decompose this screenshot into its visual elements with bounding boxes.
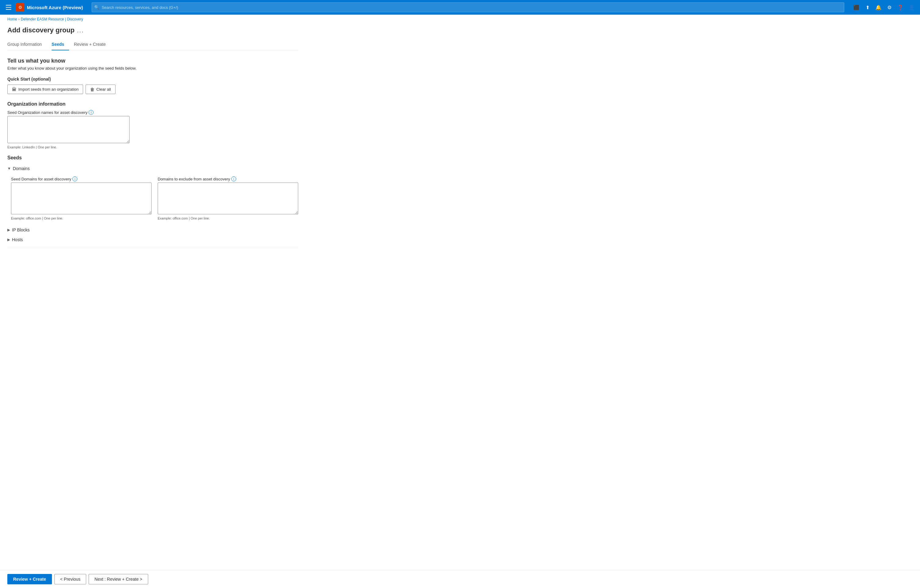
bottom-divider	[7, 247, 298, 247]
page-header: Add discovery group ...	[7, 24, 298, 39]
tell-us-desc: Enter what you know about your organizat…	[7, 66, 298, 71]
breadcrumb-home[interactable]: Home	[7, 17, 17, 21]
domains-chevron-icon	[7, 166, 11, 171]
domains-label: Domains	[13, 166, 30, 171]
seed-domains-info-icon[interactable]: i	[73, 176, 77, 181]
terminal-icon[interactable]: ⬛	[852, 2, 861, 12]
ip-blocks-chevron-icon	[7, 228, 10, 232]
exclude-domains-info-icon[interactable]: i	[231, 176, 236, 181]
seed-domains-label: Seed Domains for asset discovery i	[11, 176, 152, 181]
seed-domains-textarea[interactable]	[11, 183, 152, 214]
azure-icon: ⚙	[16, 3, 24, 11]
page-container: Add discovery group ... Group Informatio…	[0, 24, 306, 274]
upload-icon[interactable]: ⬆	[863, 2, 872, 12]
clear-all-button[interactable]: 🗑 Clear all	[86, 84, 115, 94]
ip-blocks-collapsible-header[interactable]: IP Blocks	[7, 225, 298, 235]
org-name-textarea[interactable]	[7, 116, 130, 143]
tab-group-information[interactable]: Group Information	[7, 39, 47, 50]
org-name-example: Example: LinkedIn | One per line.	[7, 145, 298, 149]
breadcrumb-sep-1: ›	[18, 17, 19, 21]
seed-domains-col: Seed Domains for asset discovery i Examp…	[11, 176, 152, 220]
quick-start-buttons: 🏛 Import seeds from an organization 🗑 Cl…	[7, 84, 298, 94]
hosts-collapsible-header[interactable]: Hosts	[7, 235, 298, 244]
exclude-domains-col: Domains to exclude from asset discovery …	[158, 176, 298, 220]
org-info-section: Organization information Seed Organizati…	[7, 101, 298, 149]
import-seeds-button[interactable]: 🏛 Import seeds from an organization	[7, 84, 83, 94]
hosts-chevron-icon	[7, 237, 10, 242]
search-input[interactable]	[92, 2, 844, 12]
exclude-domains-label: Domains to exclude from asset discovery …	[158, 176, 298, 181]
nav-actions: ⬛ ⬆ 🔔 ⚙ ❓ 👤	[852, 2, 916, 12]
breadcrumb-defender[interactable]: Defender EASM Resource | Discovery	[21, 17, 83, 21]
user-icon[interactable]: 👤	[907, 2, 916, 12]
clear-all-label: Clear all	[96, 87, 111, 92]
org-info-title: Organization information	[7, 101, 298, 107]
tab-review-create[interactable]: Review + Create	[74, 39, 111, 50]
page-title: Add discovery group	[7, 26, 75, 34]
wizard-tabs: Group Information Seeds Review + Create	[7, 39, 298, 50]
help-icon[interactable]: ❓	[896, 2, 905, 12]
org-name-label: Seed Organization names for asset discov…	[7, 110, 298, 115]
hosts-label: Hosts	[12, 237, 23, 242]
exclude-domains-textarea[interactable]	[158, 183, 298, 214]
hamburger-menu[interactable]	[4, 2, 13, 12]
search-bar: 🔍	[92, 2, 844, 12]
tell-us-heading: Tell us what you know	[7, 58, 298, 64]
org-name-info-icon[interactable]: i	[89, 110, 94, 115]
settings-icon[interactable]: ⚙	[884, 2, 894, 12]
seeds-section-title: Seeds	[7, 155, 298, 161]
quick-start-label: Quick Start (optional)	[7, 77, 298, 81]
nav-title: Microsoft Azure (Preview)	[27, 5, 83, 10]
page-more-button[interactable]: ...	[77, 27, 84, 33]
import-seeds-label: Import seeds from an organization	[18, 87, 79, 92]
nav-bar: ⚙ Microsoft Azure (Preview) 🔍 ⬛ ⬆ 🔔 ⚙ ❓ …	[0, 0, 920, 15]
ip-blocks-label: IP Blocks	[12, 228, 30, 232]
tab-seeds[interactable]: Seeds	[52, 39, 69, 50]
domains-grid: Seed Domains for asset discovery i Examp…	[7, 173, 298, 225]
bell-icon[interactable]: 🔔	[873, 2, 883, 12]
exclude-domains-example: Example: office.com | One per line.	[158, 216, 298, 220]
search-icon: 🔍	[94, 5, 99, 10]
breadcrumb: Home › Defender EASM Resource | Discover…	[0, 15, 920, 24]
domains-collapsible-header[interactable]: Domains	[7, 164, 298, 173]
import-icon: 🏛	[12, 87, 16, 92]
trash-icon: 🗑	[90, 87, 94, 92]
seed-domains-example: Example: office.com | One per line.	[11, 216, 152, 220]
